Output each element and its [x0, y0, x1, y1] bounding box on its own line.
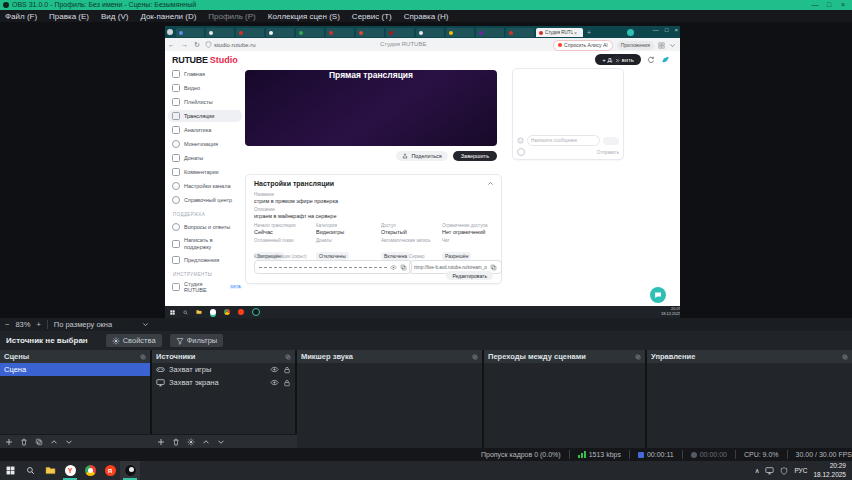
show-key-eye-icon[interactable]	[390, 264, 397, 271]
source-visibility-eye-icon[interactable]	[270, 378, 279, 387]
sidebar-item-videos[interactable]: Видео	[168, 82, 242, 94]
dock-popout-icon[interactable]	[635, 354, 641, 360]
menu-docks[interactable]: Док-панели (D)	[140, 12, 196, 21]
menu-tools[interactable]: Сервис (Т)	[352, 12, 392, 21]
browser-tab[interactable]	[296, 28, 324, 37]
duplicate-scene-icon[interactable]	[35, 438, 43, 446]
chat-send-button[interactable]	[603, 137, 619, 145]
rutube-studio-logo[interactable]: RUTUBEStudio	[172, 55, 238, 65]
menu-profile[interactable]: Профиль (P)	[208, 12, 255, 21]
remove-source-icon[interactable]	[172, 438, 180, 446]
dock-popout-icon[interactable]	[140, 354, 146, 360]
tray-shield-icon[interactable]	[780, 467, 788, 475]
bird-icon[interactable]	[661, 55, 670, 64]
source-lock-icon[interactable]	[283, 366, 291, 374]
url-text[interactable]: studio.rutube.ru	[214, 42, 256, 48]
remove-scene-icon[interactable]	[20, 438, 28, 446]
browser-tab[interactable]	[326, 28, 354, 37]
share-button[interactable]: Поделиться	[396, 151, 447, 161]
dock-popout-icon[interactable]	[285, 354, 291, 360]
controls-dock-header[interactable]: Управление	[647, 350, 852, 363]
stream-key-field[interactable]	[254, 260, 412, 274]
start-button[interactable]	[0, 461, 20, 480]
mixer-dock-header[interactable]: Микшер звука	[297, 350, 482, 363]
sidebar-item-streams[interactable]: Трансляции	[168, 110, 242, 122]
browser-maximize-button[interactable]: □	[665, 27, 669, 33]
browser-profile-avatar[interactable]	[627, 29, 634, 36]
zoom-out-button[interactable]: −	[5, 320, 9, 329]
sidebar-item-donates[interactable]: Донаты	[168, 152, 242, 164]
browser-minimize-button[interactable]: —	[653, 27, 659, 33]
menu-scene-collection[interactable]: Коллекция сцен (S)	[268, 12, 340, 21]
back-icon[interactable]: ←	[168, 41, 175, 48]
apps-button[interactable]: Приложения	[617, 41, 654, 50]
source-list-item[interactable]: Захват игры	[152, 363, 295, 376]
browser-tab[interactable]	[446, 28, 474, 37]
taskbar-yandex-app-button[interactable]: Я	[100, 461, 120, 480]
browser-tab[interactable]	[416, 28, 444, 37]
move-scene-up-icon[interactable]	[50, 438, 58, 446]
browser-tab[interactable]	[476, 28, 504, 37]
sidebar-item-monetization[interactable]: Монетизация	[168, 138, 242, 150]
browser-tab-active[interactable]: Студия RUTUBE ×	[536, 28, 583, 37]
emoji-icon[interactable]	[517, 137, 524, 144]
add-source-icon[interactable]	[157, 438, 165, 446]
close-button[interactable]: ×	[836, 1, 850, 8]
taskbar-search-button[interactable]	[20, 461, 40, 480]
language-indicator[interactable]: РУС	[794, 467, 807, 474]
extensions-icon[interactable]	[658, 42, 665, 49]
menu-view[interactable]: Вид (V)	[101, 12, 128, 21]
dock-popout-icon[interactable]	[842, 354, 848, 360]
menu-file[interactable]: Файл (F)	[5, 12, 37, 21]
copy-server-icon[interactable]	[490, 264, 497, 271]
dock-popout-icon[interactable]	[472, 354, 478, 360]
tab-close-icon[interactable]: ×	[574, 30, 577, 36]
fit-dropdown-chevron-icon[interactable]	[142, 321, 149, 328]
browser-close-button[interactable]: ×	[674, 27, 678, 33]
downloads-icon[interactable]	[669, 42, 676, 49]
browser-tab[interactable]	[206, 28, 234, 37]
browser-tab[interactable]	[236, 28, 264, 37]
support-chat-button[interactable]	[650, 287, 666, 303]
move-scene-down-icon[interactable]	[65, 438, 73, 446]
sidebar-item-comments[interactable]: Комментарии	[168, 166, 242, 178]
taskbar-yandex-browser-button[interactable]: Y	[60, 461, 80, 480]
copy-key-icon[interactable]	[400, 264, 407, 271]
browser-tab[interactable]	[386, 28, 414, 37]
sidebar-item-home[interactable]: Главная	[168, 68, 242, 80]
move-source-up-icon[interactable]	[202, 438, 210, 446]
menu-edit[interactable]: Правка (Е)	[49, 12, 89, 21]
minimize-button[interactable]: —	[808, 1, 822, 8]
scenes-dock-header[interactable]: Сцены	[0, 350, 150, 363]
forward-icon[interactable]: →	[181, 41, 188, 48]
scene-list-item[interactable]: Сцена	[0, 363, 150, 376]
browser-tab[interactable]	[176, 28, 204, 37]
source-visibility-eye-icon[interactable]	[270, 365, 279, 374]
finish-stream-button[interactable]: Завершить	[453, 151, 497, 161]
menu-help[interactable]: Справка (Н)	[404, 12, 449, 21]
fit-window-select[interactable]: По размеру окна	[54, 320, 112, 329]
chat-input[interactable]: Напишите сообщение	[527, 135, 600, 146]
tray-display-icon[interactable]	[765, 466, 774, 475]
source-list-item[interactable]: Захват экрана	[152, 376, 295, 389]
maximize-button[interactable]: □	[822, 1, 836, 8]
source-lock-icon[interactable]	[283, 379, 291, 387]
add-scene-icon[interactable]	[5, 438, 13, 446]
source-properties-gear-icon[interactable]	[187, 438, 195, 446]
sidebar-item-channel-settings[interactable]: Настройки канала	[168, 180, 242, 192]
edit-settings-button[interactable]: Редактировать	[446, 271, 493, 280]
filters-button[interactable]: Фильтры	[170, 334, 224, 347]
alice-ai-button[interactable]: Спросить Алису AI	[553, 40, 613, 51]
reload-icon[interactable]: ↻	[194, 41, 200, 49]
taskbar-clock[interactable]: 20:2918.12.2025	[813, 462, 846, 478]
browser-tab[interactable]	[266, 28, 294, 37]
browser-tab[interactable]	[506, 28, 534, 37]
zoom-in-button[interactable]: +	[36, 320, 40, 329]
transitions-dock-header[interactable]: Переходы между сценами	[484, 350, 645, 363]
move-source-down-icon[interactable]	[217, 438, 225, 446]
collapse-chevron-icon[interactable]	[487, 180, 494, 187]
live-player[interactable]: Прямая трансляция	[245, 70, 497, 146]
sidebar-item-studio-app[interactable]: Студия RUTUBE БЕТА	[168, 281, 242, 293]
collapse-chat-button[interactable]	[612, 55, 622, 65]
taskbar-explorer-button[interactable]	[40, 461, 60, 480]
